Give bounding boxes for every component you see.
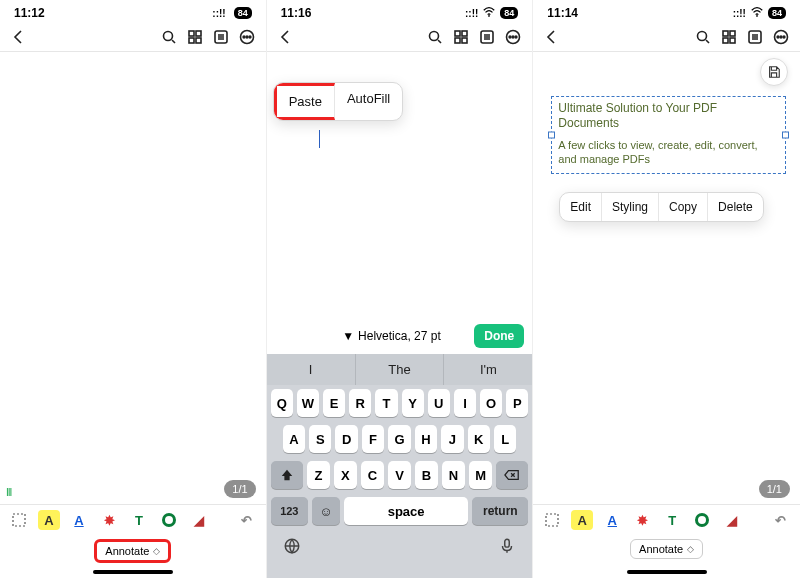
key-c[interactable]: C xyxy=(361,461,384,489)
document-area[interactable]: Paste AutoFill xyxy=(267,52,533,318)
selection-handle-right[interactable] xyxy=(782,131,789,138)
styling-menu-item[interactable]: Styling xyxy=(602,193,659,221)
grid-icon[interactable] xyxy=(186,28,204,46)
suggestion[interactable]: I'm xyxy=(444,354,532,385)
key-e[interactable]: E xyxy=(323,389,345,417)
key-p[interactable]: P xyxy=(506,389,528,417)
key-d[interactable]: D xyxy=(335,425,357,453)
undo-button[interactable]: ↶ xyxy=(236,510,258,530)
key-t[interactable]: T xyxy=(375,389,397,417)
copy-menu-item[interactable]: Copy xyxy=(659,193,708,221)
list-icon[interactable] xyxy=(212,28,230,46)
search-icon[interactable] xyxy=(426,28,444,46)
done-button[interactable]: Done xyxy=(474,324,524,348)
grid-icon[interactable] xyxy=(452,28,470,46)
document-area[interactable]: Ultimate Solution to Your PDF Documents … xyxy=(533,52,800,504)
undo-button[interactable]: ↶ xyxy=(770,510,792,530)
text-tool[interactable]: T xyxy=(128,510,150,530)
circle-tool[interactable] xyxy=(158,510,180,530)
key-v[interactable]: V xyxy=(388,461,411,489)
key-w[interactable]: W xyxy=(297,389,319,417)
more-icon[interactable] xyxy=(238,28,256,46)
paste-menu-item[interactable]: Paste xyxy=(274,83,335,120)
suggestion[interactable]: I xyxy=(267,354,356,385)
strike-tool[interactable]: ✸ xyxy=(631,510,653,530)
text-tool[interactable]: T xyxy=(661,510,683,530)
font-selector[interactable]: ▼Helvetica, 27 pt xyxy=(342,329,441,343)
mic-icon[interactable] xyxy=(496,535,518,557)
globe-icon[interactable] xyxy=(281,535,303,557)
crop-tool[interactable] xyxy=(8,510,30,530)
underline-tool[interactable]: A xyxy=(68,510,90,530)
key-n[interactable]: N xyxy=(442,461,465,489)
list-icon[interactable] xyxy=(478,28,496,46)
key-z[interactable]: Z xyxy=(307,461,330,489)
svg-rect-4 xyxy=(189,38,194,43)
text-title: Ultimate Solution to Your PDF Documents xyxy=(558,101,779,131)
emoji-key[interactable]: ☺ xyxy=(312,497,340,525)
text-block-selected[interactable]: Ultimate Solution to Your PDF Documents … xyxy=(551,96,786,174)
svg-point-10 xyxy=(249,36,251,38)
key-m[interactable]: M xyxy=(469,461,492,489)
back-button[interactable] xyxy=(277,28,295,46)
key-k[interactable]: K xyxy=(468,425,490,453)
key-o[interactable]: O xyxy=(480,389,502,417)
numbers-key[interactable]: 123 xyxy=(271,497,308,525)
shift-key[interactable] xyxy=(271,461,303,489)
annotate-label: Annotate xyxy=(105,545,149,557)
key-l[interactable]: L xyxy=(494,425,516,453)
search-icon[interactable] xyxy=(160,28,178,46)
strike-tool[interactable]: ✸ xyxy=(98,510,120,530)
selection-handle-left[interactable] xyxy=(548,131,555,138)
edit-menu-item[interactable]: Edit xyxy=(560,193,602,221)
return-key[interactable]: return xyxy=(472,497,528,525)
grid-icon[interactable] xyxy=(720,28,738,46)
suggestion[interactable]: The xyxy=(356,354,445,385)
svg-rect-36 xyxy=(546,514,558,526)
key-h[interactable]: H xyxy=(415,425,437,453)
key-r[interactable]: R xyxy=(349,389,371,417)
key-y[interactable]: Y xyxy=(402,389,424,417)
list-icon[interactable] xyxy=(746,28,764,46)
circle-tool[interactable] xyxy=(691,510,713,530)
key-q[interactable]: Q xyxy=(271,389,293,417)
signal-icon: ::!! xyxy=(733,8,746,19)
highlight-tool[interactable]: A xyxy=(38,510,60,530)
more-icon[interactable] xyxy=(504,28,522,46)
svg-rect-11 xyxy=(13,514,25,526)
pane-3: 11:14 ::!! 84 Ultimate Solution to Your … xyxy=(533,0,800,578)
highlight-tool[interactable]: A xyxy=(571,510,593,530)
key-f[interactable]: F xyxy=(362,425,384,453)
pen-tool[interactable]: ◢ xyxy=(721,510,743,530)
key-b[interactable]: B xyxy=(415,461,438,489)
annotate-dropdown[interactable]: Annotate ◇ xyxy=(630,539,703,559)
crop-tool[interactable] xyxy=(541,510,563,530)
key-i[interactable]: I xyxy=(454,389,476,417)
svg-point-34 xyxy=(780,36,782,38)
key-x[interactable]: X xyxy=(334,461,357,489)
space-key[interactable]: space xyxy=(344,497,468,525)
more-icon[interactable] xyxy=(772,28,790,46)
save-button[interactable] xyxy=(760,58,788,86)
key-j[interactable]: J xyxy=(441,425,463,453)
svg-point-12 xyxy=(488,15,490,17)
search-icon[interactable] xyxy=(694,28,712,46)
delete-menu-item[interactable]: Delete xyxy=(708,193,763,221)
key-a[interactable]: A xyxy=(283,425,305,453)
annotate-label: Annotate xyxy=(639,543,683,555)
backspace-key[interactable] xyxy=(496,461,528,489)
underline-tool[interactable]: A xyxy=(601,510,623,530)
svg-rect-16 xyxy=(455,38,460,43)
svg-point-9 xyxy=(246,36,248,38)
pen-tool[interactable]: ◢ xyxy=(188,510,210,530)
key-s[interactable]: S xyxy=(309,425,331,453)
annotate-dropdown[interactable]: Annotate ◇ xyxy=(94,539,171,563)
autofill-menu-item[interactable]: AutoFill xyxy=(335,83,402,120)
back-button[interactable] xyxy=(543,28,561,46)
key-u[interactable]: U xyxy=(428,389,450,417)
document-area[interactable]: 1/1 III xyxy=(0,52,266,504)
keyboard: ▼Helvetica, 27 pt Done I The I'm Q W E R… xyxy=(267,318,533,578)
back-button[interactable] xyxy=(10,28,28,46)
key-g[interactable]: G xyxy=(388,425,410,453)
status-right: ::!! 84 xyxy=(212,7,251,19)
